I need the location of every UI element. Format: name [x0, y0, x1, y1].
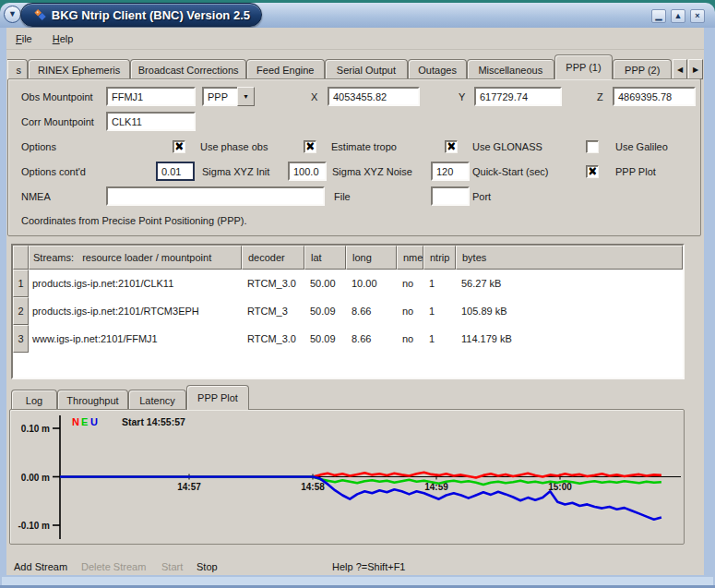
menu-help[interactable]: Help [53, 33, 74, 44]
svg-text:-0.10 m: -0.10 m [18, 521, 51, 531]
nmea-port-field[interactable] [431, 186, 470, 206]
row-number[interactable]: 3 [13, 325, 29, 353]
ppp-plot-panel: 0.10 m0.00 m-0.10 m14:5714:5814:5915:00N… [9, 409, 685, 545]
tab-outages[interactable]: Outages [408, 59, 467, 79]
window-content: File Help s RINEX Ephemeris Broadcast Co… [6, 28, 704, 575]
header-mountpoint[interactable]: Streams: resource loader / mountpoint [29, 246, 242, 270]
minimize-icon: ▁ [656, 12, 662, 20]
ppp-plot-checkbox[interactable] [586, 165, 599, 178]
menu-file[interactable]: File [16, 33, 32, 44]
ppp1-panel: Obs Mountpoint FFMJ1 PPP ▼ X 4053455.82 … [7, 78, 701, 236]
corr-mountpoint-label: Corr Mountpoint [21, 112, 94, 132]
panel-description: Coordinates from Precise Point Positioni… [21, 210, 247, 231]
action-bar: Add Stream Delete Stream Start Stop Help… [6, 558, 704, 575]
estimate-tropo-checkbox[interactable] [304, 140, 316, 153]
nmea-label: NMEA [21, 186, 51, 207]
window-menu-arrow-icon: ▼ [8, 10, 17, 18]
tab-miscellaneous[interactable]: Miscellaneous [467, 59, 554, 79]
svg-text:E: E [81, 416, 88, 427]
y-coordinate-field[interactable]: 617729.74 [474, 87, 562, 106]
chevron-down-icon: ▼ [237, 87, 255, 106]
ppp-plot-label: PPP Plot [615, 162, 656, 182]
settings-tabbar: s RINEX Ephemeris Broadcast Corrections … [7, 54, 703, 79]
add-stream-button[interactable]: Add Stream [14, 558, 67, 575]
svg-text:0.10 m: 0.10 m [21, 424, 50, 434]
use-phase-obs-checkbox[interactable] [173, 140, 185, 153]
quick-start-field[interactable]: 120 [431, 162, 470, 181]
svg-text:14:58: 14:58 [301, 482, 325, 492]
sigma-xyz-init-field[interactable]: 0.01 [156, 162, 195, 181]
close-button[interactable]: × [690, 9, 705, 23]
streams-table-header: Streams: resource loader / mountpoint de… [13, 246, 683, 270]
streams-table: Streams: resource loader / mountpoint de… [11, 244, 685, 379]
svg-text:U: U [90, 416, 98, 427]
tab-ppp-2[interactable]: PPP (2) [613, 59, 672, 79]
header-lat[interactable]: lat [304, 246, 346, 270]
title-pill[interactable]: BKG Ntrip Client (BNC) Version 2.5 [20, 3, 262, 27]
table-row[interactable]: 2 products.igs-ip.net:2101/RTCM3EPH RTCM… [13, 297, 683, 325]
minimize-button[interactable]: ▁ [651, 9, 666, 23]
tab-latency[interactable]: Latency [128, 390, 186, 410]
close-icon: × [695, 12, 699, 20]
help-shortcut-label: Help ?=Shift+F1 [332, 558, 406, 575]
tab-scroll-right-button[interactable]: ▶ [688, 59, 703, 79]
header-long[interactable]: long [346, 246, 397, 270]
tab-rinex-ephemeris[interactable]: RINEX Ephemeris [28, 59, 131, 79]
tab-ppp-plot[interactable]: PPP Plot [186, 385, 249, 410]
statusbar [2, 577, 713, 585]
tab-throughput[interactable]: Throughput [57, 390, 128, 410]
window-title: BKG Ntrip Client (BNC) Version 2.5 [52, 8, 250, 22]
obs-mountpoint-field[interactable]: FFMJ1 [106, 87, 196, 106]
delete-stream-button[interactable]: Delete Stream [81, 558, 146, 575]
header-decoder[interactable]: decoder [242, 246, 304, 270]
x-coordinate-field[interactable]: 4053455.82 [328, 87, 420, 106]
tab-rinex-observations-partial[interactable]: s [7, 59, 28, 79]
maximize-icon: ▲ [674, 12, 683, 20]
file-label: File [334, 186, 351, 207]
start-button[interactable]: Start [161, 558, 183, 575]
titlebar: ▼ BKG Ntrip Client (BNC) Version 2.5 ▁ ▲… [0, 0, 715, 28]
menubar: File Help [6, 28, 704, 50]
corr-mountpoint-field[interactable]: CLK11 [106, 112, 196, 131]
nmea-file-field[interactable] [106, 186, 325, 206]
use-phase-obs-label: Use phase obs [200, 137, 268, 157]
tab-ppp-1[interactable]: PPP (1) [554, 54, 614, 79]
use-glonass-checkbox[interactable] [445, 140, 458, 153]
sigma-xyz-init-label: Sigma XYZ Init [202, 162, 269, 182]
svg-text:0.00 m: 0.00 m [21, 473, 50, 483]
corner-header-cell[interactable] [13, 246, 29, 270]
maximize-button[interactable]: ▲ [671, 9, 685, 23]
obs-mountpoint-label: Obs Mountpoint [21, 87, 93, 107]
row-number[interactable]: 1 [13, 270, 29, 297]
y-label: Y [459, 87, 465, 107]
estimate-tropo-label: Estimate tropo [331, 137, 397, 157]
use-glonass-label: Use GLONASS [472, 137, 542, 157]
tab-serial-output[interactable]: Serial Output [325, 59, 409, 79]
svg-text:N: N [72, 416, 79, 427]
arrow-left-icon: ◀ [677, 66, 683, 74]
table-row[interactable]: 3 www.igs-ip.net:2101/FFMJ1 RTCM_3.0 50.… [13, 325, 683, 353]
options-contd-label: Options cont'd [21, 162, 86, 182]
z-label: Z [597, 87, 603, 107]
bnc-app-icon [32, 8, 46, 22]
use-galileo-checkbox[interactable] [586, 140, 599, 153]
header-bytes[interactable]: bytes [456, 246, 683, 270]
quick-start-label: Quick-Start (sec) [472, 162, 549, 182]
row-number[interactable]: 2 [13, 297, 29, 325]
stop-button[interactable]: Stop [197, 558, 218, 575]
header-ntrip[interactable]: ntrip [423, 246, 456, 270]
window-menu-button[interactable]: ▼ [4, 6, 21, 23]
header-nmea[interactable]: nmea [397, 246, 423, 270]
z-coordinate-field[interactable]: 4869395.78 [613, 87, 696, 106]
arrow-right-icon: ▶ [693, 66, 698, 74]
table-row[interactable]: 1 products.igs-ip.net:2101/CLK11 RTCM_3.… [13, 270, 683, 297]
ppp-mode-select[interactable]: PPP ▼ [202, 87, 255, 106]
svg-text:14:57: 14:57 [177, 482, 201, 492]
tab-broadcast-corrections[interactable]: Broadcast Corrections [130, 59, 245, 79]
x-label: X [311, 87, 317, 107]
sigma-xyz-noise-field[interactable]: 100.0 [288, 162, 327, 181]
bnc-window: ▼ BKG Ntrip Client (BNC) Version 2.5 ▁ ▲… [0, 0, 715, 588]
tab-log[interactable]: Log [11, 390, 57, 410]
tab-feed-engine[interactable]: Feed Engine [246, 59, 325, 79]
tab-scroll-left-button[interactable]: ◀ [673, 59, 687, 79]
